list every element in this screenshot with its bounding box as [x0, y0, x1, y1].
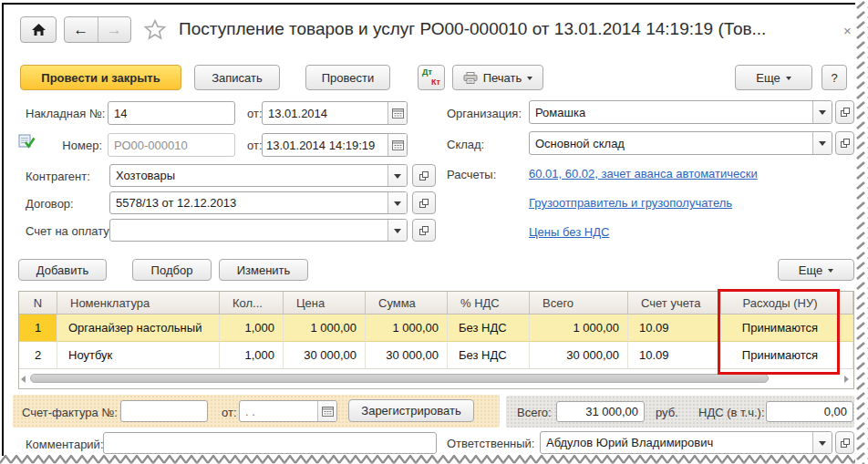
edit-button[interactable]: Изменить	[219, 259, 308, 281]
cell-total[interactable]: 30 000,00	[530, 342, 628, 369]
chevron-down-icon[interactable]	[812, 432, 832, 453]
calendar-icon[interactable]	[388, 102, 407, 124]
home-icon	[31, 23, 46, 36]
cell-filler	[840, 342, 853, 369]
invoice-facture-input[interactable]	[120, 400, 208, 422]
comment-field	[103, 432, 437, 454]
counterparty-label: Контрагент:	[26, 170, 90, 183]
invoice-date-input[interactable]	[262, 101, 408, 125]
cell-sum[interactable]: 30 000,00	[366, 342, 448, 369]
open-form-icon	[840, 438, 851, 449]
cell-price[interactable]: 30 000,00	[284, 342, 366, 369]
total-input[interactable]	[556, 401, 645, 422]
chevron-down-icon	[828, 269, 833, 275]
organization-input[interactable]	[529, 100, 832, 124]
responsible-field	[540, 431, 832, 454]
contract-field	[109, 191, 408, 214]
column-header-price[interactable]: Цена	[284, 292, 366, 314]
cell-vat[interactable]: Без НДС	[448, 342, 530, 369]
warehouse-open-button[interactable]	[835, 131, 854, 155]
from-label: от:	[247, 107, 263, 120]
toolbar-more-button[interactable]: Еще	[735, 65, 812, 90]
scroll-left-icon[interactable]	[21, 376, 26, 383]
chevron-down-icon[interactable]	[388, 220, 407, 241]
cell-sum[interactable]: 1 000,00	[366, 314, 448, 342]
cell-account[interactable]: 10.09	[628, 314, 721, 342]
cell-qty[interactable]: 1,000	[220, 342, 284, 369]
settlements-link[interactable]: 60.01, 60.02, зачет аванса автоматически	[529, 167, 758, 180]
responsible-open-button[interactable]	[835, 431, 854, 454]
organization-field	[529, 100, 832, 124]
register-button[interactable]: Зарегистрировать	[348, 399, 474, 422]
invoice-date-field	[262, 101, 408, 125]
cell-qty[interactable]: 1,000	[220, 314, 284, 342]
cell-filler	[840, 314, 853, 342]
document-window: ← → Поступление товаров и услуг РО00-000…	[0, 0, 868, 464]
cell-number[interactable]: 2	[19, 342, 57, 369]
settlements-label: Расчеты:	[447, 168, 496, 181]
table-more-button[interactable]: Еще	[778, 259, 854, 281]
home-button[interactable]	[20, 16, 57, 43]
payment-invoice-open-button[interactable]	[412, 219, 436, 242]
vat-input[interactable]	[766, 401, 853, 422]
chevron-down-icon[interactable]	[388, 165, 407, 186]
prices-link[interactable]: Цены без НДС	[529, 225, 609, 239]
cell-vat[interactable]: Без НДС	[448, 314, 530, 342]
contract-label: Договор:	[26, 197, 74, 211]
back-arrow-icon: ←	[73, 21, 88, 38]
calendar-icon[interactable]	[317, 401, 336, 421]
contract-open-button[interactable]	[412, 191, 436, 214]
cell-nomenclature[interactable]: Ноутбук	[57, 342, 220, 369]
chevron-down-icon[interactable]	[812, 132, 832, 154]
invoice-facture-date-field	[239, 400, 337, 422]
comment-label: Комментарий:	[26, 438, 104, 451]
total-field	[556, 401, 645, 422]
scroll-right-icon[interactable]	[844, 376, 849, 383]
column-header-filler	[840, 292, 853, 314]
column-header-qty[interactable]: Кол...	[220, 292, 284, 314]
favorite-star-icon[interactable]	[144, 19, 166, 40]
forward-arrow-icon: →	[107, 21, 122, 38]
column-header-sum[interactable]: Сумма	[366, 292, 448, 314]
payment-invoice-label: Счет на оплату:	[26, 224, 112, 238]
chevron-down-icon[interactable]	[812, 101, 832, 123]
horizontal-scrollbar-thumb[interactable]	[30, 374, 769, 383]
chevron-down-icon[interactable]	[388, 192, 407, 213]
postings-dtkt-button[interactable]: ДтКт	[418, 65, 445, 90]
forward-button[interactable]: →	[98, 17, 131, 42]
number-input[interactable]	[108, 133, 235, 157]
warehouse-input[interactable]	[529, 131, 832, 155]
cell-account[interactable]: 10.09	[628, 342, 721, 369]
write-button[interactable]: Записать	[194, 65, 280, 90]
number-date-input[interactable]	[262, 133, 408, 157]
organization-open-button[interactable]	[835, 100, 854, 124]
counterparty-input[interactable]	[109, 164, 408, 187]
responsible-input[interactable]	[540, 431, 832, 454]
back-button[interactable]: ←	[65, 17, 98, 42]
total-label: Всего:	[517, 406, 552, 419]
column-header-nomenclature[interactable]: Номенклатура	[57, 292, 220, 314]
column-header-total[interactable]: Всего	[530, 292, 628, 314]
counterparty-open-button[interactable]	[412, 164, 436, 187]
warehouse-field	[529, 131, 832, 155]
column-header-number[interactable]: N	[19, 292, 57, 314]
help-button[interactable]: ?	[822, 65, 847, 90]
cell-price[interactable]: 1 000,00	[284, 314, 366, 342]
post-and-close-button[interactable]: Провести и закрыть	[20, 65, 181, 90]
cell-number[interactable]: 1	[19, 314, 57, 342]
invoice-no-input[interactable]	[108, 101, 235, 125]
contract-input[interactable]	[109, 191, 408, 214]
calendar-icon[interactable]	[388, 134, 407, 156]
post-button[interactable]: Провести	[305, 65, 390, 90]
column-header-account[interactable]: Счет учета	[628, 292, 721, 314]
comment-input[interactable]	[103, 432, 437, 454]
add-row-button[interactable]: Добавить	[18, 259, 107, 281]
payment-invoice-input[interactable]	[109, 219, 408, 242]
column-header-vat[interactable]: % НДС	[448, 292, 530, 314]
print-button[interactable]: Печать	[452, 65, 543, 90]
pick-button[interactable]: Подбор	[132, 259, 212, 281]
consignor-link[interactable]: Грузоотправитель и грузополучатель	[529, 196, 732, 210]
cell-total[interactable]: 1 000,00	[530, 314, 628, 342]
cell-nomenclature[interactable]: Органайзер настольный	[57, 314, 220, 342]
close-icon[interactable]: ×	[843, 24, 852, 37]
